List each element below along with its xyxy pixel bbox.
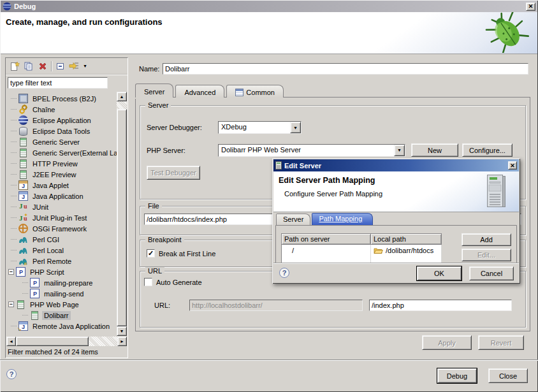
- column-path-on-server[interactable]: Path on server: [282, 234, 371, 245]
- folder-icon: [374, 247, 383, 254]
- eclipse-sphere-icon: [18, 115, 28, 125]
- configuration-tree: BPEL Process (B2J) Chaîne Eclipse Applic…: [6, 91, 127, 336]
- new-configuration-icon[interactable]: [8, 61, 20, 72]
- chevron-down-icon[interactable]: ▼: [394, 145, 405, 156]
- dialog-tab-server[interactable]: Server: [276, 214, 310, 225]
- tree-item-perl-remote[interactable]: RPerl Remote: [7, 256, 116, 266]
- dialog-header: Edit Server Path Mapping Configure Serve…: [273, 171, 519, 212]
- tree-item-java-applet[interactable]: Java Applet: [7, 180, 116, 191]
- debug-bug-icon: [484, 12, 531, 53]
- window-title: Debug: [14, 3, 526, 10]
- config-tabs: Server Advanced Common: [135, 83, 286, 98]
- scrollbar-thumb[interactable]: [117, 109, 127, 326]
- tree-item-eclipse-data-tools[interactable]: Eclipse Data Tools: [7, 126, 116, 136]
- edit-mapping-button[interactable]: Edit...: [462, 249, 511, 261]
- help-icon[interactable]: ?: [279, 268, 289, 278]
- dialog-tabs: Server Path Mapping: [276, 212, 374, 225]
- auto-generate-checkbox[interactable]: [144, 278, 152, 286]
- server-icon: [20, 138, 27, 147]
- tab-common[interactable]: Common: [226, 85, 284, 98]
- tab-server[interactable]: Server: [135, 83, 173, 98]
- new-server-button[interactable]: New: [411, 143, 458, 157]
- tree-item-http-preview[interactable]: HTTP Preview: [7, 158, 116, 169]
- tree-item-mailing-send[interactable]: mailing-send: [18, 288, 116, 299]
- filter-icon[interactable]: [68, 61, 80, 72]
- scrollbar-thumb[interactable]: [16, 337, 89, 346]
- tree-item-java-application[interactable]: Java Application: [7, 191, 116, 201]
- java-application-icon: [18, 191, 28, 201]
- cancel-button[interactable]: Cancel: [469, 266, 514, 280]
- url-path-input[interactable]: [369, 300, 512, 311]
- server-icon: [20, 149, 27, 157]
- tree-item-generic-server[interactable]: Generic Server: [7, 136, 116, 147]
- tree-horizontal-scrollbar[interactable]: ◄ ►: [6, 337, 127, 346]
- chevron-down-icon[interactable]: ▼: [290, 122, 301, 133]
- server-icon: [20, 170, 27, 179]
- configurations-sidebar: ▼ BPEL Process (B2J) Chaîne Eclipse Appl…: [5, 57, 128, 358]
- name-label: Name:: [139, 65, 163, 73]
- window-close-button[interactable]: ✕: [526, 3, 535, 11]
- column-local-path[interactable]: Local path: [371, 234, 442, 245]
- table-icon: [235, 89, 244, 96]
- break-first-line-checkbox[interactable]: ✓: [147, 249, 155, 258]
- close-button[interactable]: Close: [488, 368, 528, 383]
- php-icon: [30, 289, 40, 298]
- php-server-select[interactable]: Dolibarr PHP Web Server ▼: [218, 144, 405, 157]
- banner: Create, manage, and run configurations: [1, 12, 537, 54]
- php-icon: [30, 278, 40, 287]
- tree-item-osgi-framework[interactable]: OSGi Framework: [7, 223, 116, 234]
- url-base-input: [189, 300, 363, 311]
- page-title: Create, manage, and run configurations: [6, 17, 163, 27]
- tree-item-remote-java-application[interactable]: ↘Remote Java Application: [7, 321, 116, 331]
- delete-icon[interactable]: [36, 61, 48, 72]
- collapse-expander-icon[interactable]: −: [8, 301, 14, 307]
- revert-button[interactable]: Revert: [478, 335, 524, 350]
- database-icon: [19, 127, 27, 136]
- apply-button[interactable]: Apply: [422, 335, 472, 350]
- tree-item-mailing-prepare[interactable]: mailing-prepare: [18, 277, 116, 288]
- collapse-all-icon[interactable]: [54, 61, 66, 72]
- dialog-close-button[interactable]: ✕: [508, 161, 517, 170]
- help-icon[interactable]: ?: [6, 369, 17, 379]
- tree-item-j2ee-preview[interactable]: J2EE Preview: [7, 169, 116, 180]
- duplicate-icon[interactable]: [22, 61, 34, 72]
- tree-item-bpel-process[interactable]: BPEL Process (B2J): [7, 93, 116, 104]
- tree-item-perl-cgi[interactable]: Perl CGI: [7, 234, 116, 245]
- dialog-title: Edit Server: [284, 162, 508, 170]
- ok-button[interactable]: OK: [417, 266, 462, 280]
- camel-icon: R: [18, 256, 28, 266]
- remote-java-icon: ↘: [18, 321, 28, 331]
- tree-item-generic-server-external[interactable]: Generic Server(External La: [7, 147, 116, 158]
- tree-item-php-script[interactable]: −PHP Script: [7, 266, 116, 277]
- tree-item-chaine[interactable]: Chaîne: [7, 104, 116, 115]
- sidebar-toolbar: ▼: [6, 58, 127, 75]
- svg-text:R: R: [24, 262, 27, 266]
- configure-server-button[interactable]: Configure...: [462, 143, 513, 157]
- name-input[interactable]: [163, 63, 528, 75]
- scroll-left-icon[interactable]: ◄: [6, 337, 16, 346]
- collapse-expander-icon[interactable]: −: [8, 269, 14, 275]
- filter-input[interactable]: [8, 77, 108, 89]
- debug-button[interactable]: Debug: [437, 368, 477, 383]
- tree-item-dolibarr[interactable]: Dolibarr: [18, 310, 116, 321]
- tree-item-eclipse-application[interactable]: Eclipse Application: [7, 115, 116, 126]
- dialog-tab-path-mapping[interactable]: Path Mapping: [312, 213, 373, 225]
- window-titlebar: Debug ✕: [1, 1, 537, 12]
- tree-item-junit-plugin-test[interactable]: ✦JUnit Plug-in Test: [7, 212, 116, 223]
- tree-item-php-web-page[interactable]: −PHP Web Page: [7, 299, 116, 310]
- tree-item-junit[interactable]: JUnit: [7, 201, 116, 212]
- add-mapping-button[interactable]: Add: [462, 233, 511, 246]
- php-server-label: PHP Server:: [147, 147, 218, 154]
- scroll-right-icon[interactable]: ►: [117, 337, 127, 346]
- scroll-down-icon[interactable]: ▼: [117, 326, 127, 336]
- scroll-up-icon[interactable]: ▲: [117, 92, 127, 101]
- tree-item-perl-local[interactable]: Perl Local: [7, 245, 116, 256]
- tab-advanced[interactable]: Advanced: [175, 85, 224, 98]
- table-row[interactable]: / /dolibarr/htdocs: [282, 245, 442, 256]
- tree-vertical-scrollbar[interactable]: ▲ ▼: [117, 92, 127, 336]
- toolbar-dropdown-icon[interactable]: ▼: [83, 64, 87, 68]
- camel-icon: [18, 235, 28, 244]
- test-debugger-button[interactable]: Test Debugger: [147, 166, 200, 180]
- server-debugger-select[interactable]: XDebug ▼: [218, 121, 302, 134]
- filter-status-text: Filter matched 24 of 24 items: [6, 347, 127, 358]
